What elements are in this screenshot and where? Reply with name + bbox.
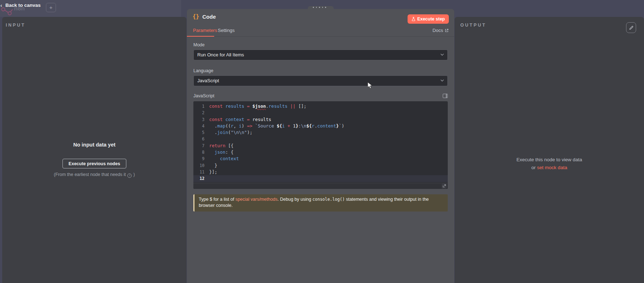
line-number: 6 xyxy=(193,136,209,142)
mode-value: Run Once for All Items xyxy=(197,50,244,60)
code-line-11[interactable]: 11}]; xyxy=(193,169,448,175)
hint-text: Type $ for a list of xyxy=(199,197,235,202)
code-line-5[interactable]: 5 .join("\n\n"); xyxy=(193,129,448,136)
input-panel: INPUT No input data yet Execute previous… xyxy=(2,17,187,283)
editor-label-row: JavaScript xyxy=(193,93,448,98)
chevron-down-icon xyxy=(440,79,444,82)
mode-label: Mode xyxy=(193,42,448,47)
editor-language-label: JavaScript xyxy=(193,93,214,98)
flask-icon xyxy=(412,17,415,21)
code-line-8[interactable]: 8 json: { xyxy=(193,149,448,156)
line-number: 3 xyxy=(193,116,209,123)
editor-footer xyxy=(193,183,448,189)
output-empty-line2: or set mock data xyxy=(455,165,644,170)
output-panel: OUTPUT Execute this node to view data or… xyxy=(455,17,644,283)
code-line-12[interactable]: 12 xyxy=(193,175,448,182)
output-panel-title: OUTPUT xyxy=(460,23,486,28)
no-input-data-text: No input data yet xyxy=(2,142,187,148)
app-root: ‹ Back to canvas n8n + INPUT No input da… xyxy=(0,0,644,283)
input-caption-close: ) xyxy=(133,172,135,177)
expand-editor-button[interactable] xyxy=(442,184,447,189)
tab-settings[interactable]: Settings xyxy=(218,28,235,33)
language-value: JavaScript xyxy=(197,76,219,86)
code-line-10[interactable]: 10 } xyxy=(193,162,448,169)
code-node-icon: {} xyxy=(193,13,199,20)
execute-previous-nodes-button[interactable]: Execute previous nodes xyxy=(62,159,126,168)
code-line-9[interactable]: 9 context xyxy=(193,156,448,162)
pencil-icon xyxy=(629,25,634,30)
line-number: 7 xyxy=(193,143,209,149)
modal-header: {} Code Execute step xyxy=(187,9,454,25)
code-line-1[interactable]: 1const results = $json.results || []; xyxy=(193,103,448,110)
line-number: 9 xyxy=(193,156,209,162)
code-editor[interactable]: 1const results = $json.results || [];23c… xyxy=(193,101,448,189)
line-number: 12 xyxy=(193,175,209,182)
code-line-6[interactable]: 6 xyxy=(193,136,448,142)
editor-hint: Type $ for a list of special vars/method… xyxy=(193,194,448,212)
line-number: 8 xyxy=(193,149,209,156)
line-number: 1 xyxy=(193,103,209,110)
workflow-name-faded: n8n xyxy=(14,5,25,12)
set-mock-data-link[interactable]: set mock data xyxy=(537,165,567,170)
modal-tabbar: Parameters Settings Docs xyxy=(187,25,454,37)
hint-code: console.log() xyxy=(312,197,345,202)
special-vars-link[interactable]: special vars/methods xyxy=(235,197,277,202)
hint-text: . Debug by using xyxy=(278,197,312,202)
mode-select[interactable]: Run Once for All Items xyxy=(193,50,448,60)
output-empty-line1: Execute this node to view data xyxy=(455,157,644,162)
execute-step-button[interactable]: Execute step xyxy=(408,14,449,24)
code-line-3[interactable]: 3const context = results xyxy=(193,116,448,123)
line-number: 11 xyxy=(193,169,209,175)
execute-step-label: Execute step xyxy=(417,17,445,22)
tab-parameters[interactable]: Parameters xyxy=(193,28,217,33)
language-label: Language xyxy=(193,68,448,73)
docs-label: Docs xyxy=(432,28,443,33)
node-title: Code xyxy=(202,14,216,20)
code-lines: 1const results = $json.results || [];23c… xyxy=(193,101,448,182)
line-number: 2 xyxy=(193,110,209,116)
external-link-icon xyxy=(445,29,448,32)
add-tab-button[interactable]: + xyxy=(46,3,56,12)
chevron-down-icon xyxy=(440,53,444,56)
help-icon[interactable]: ? xyxy=(127,173,132,178)
edit-output-button[interactable] xyxy=(626,22,636,33)
language-select[interactable]: JavaScript xyxy=(193,75,448,86)
pop-out-icon xyxy=(443,184,446,187)
input-caption-text: (From the earliest node that needs it xyxy=(54,172,126,177)
output-or-text: or xyxy=(531,165,537,170)
input-caption: (From the earliest node that needs it ? … xyxy=(2,172,187,178)
side-panel-toggle-icon[interactable] xyxy=(443,94,448,98)
active-tab-underline xyxy=(187,36,214,37)
line-number: 4 xyxy=(193,123,209,129)
line-number: 5 xyxy=(193,129,209,136)
input-panel-title: INPUT xyxy=(6,23,25,28)
parameters-content: Mode Run Once for All Items Language Jav… xyxy=(193,37,448,212)
code-line-4[interactable]: 4 .map((r, i) => `Source ${i + 1}:\n${r.… xyxy=(193,123,448,129)
docs-link[interactable]: Docs xyxy=(432,28,448,33)
node-settings-modal: {} Code Execute step Parameters Settings… xyxy=(187,9,454,283)
line-number: 10 xyxy=(193,162,209,169)
n8n-logo-icon xyxy=(1,6,13,15)
code-line-7[interactable]: 7return [{ xyxy=(193,143,448,149)
code-line-2[interactable]: 2 xyxy=(193,110,448,116)
